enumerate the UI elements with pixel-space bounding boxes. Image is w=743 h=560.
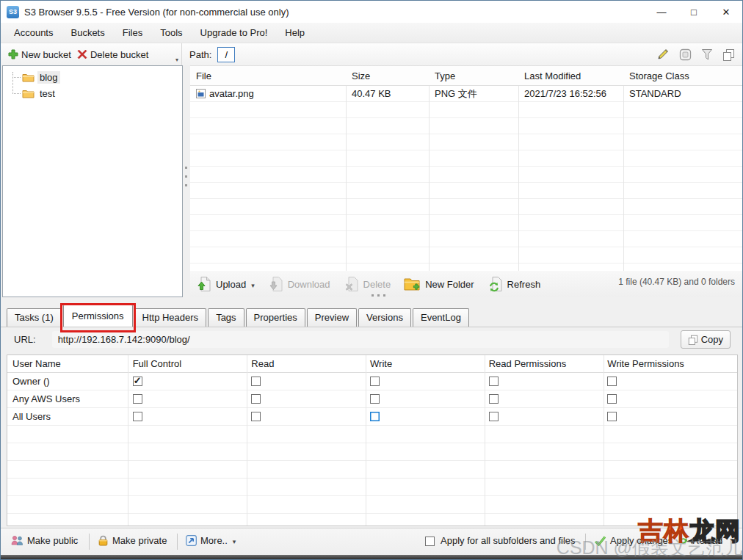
vertical-splitter[interactable] [183, 65, 190, 297]
full-control-checkbox[interactable] [133, 377, 142, 386]
empty-row [190, 150, 742, 167]
copy-url-button[interactable]: Copy [681, 330, 731, 349]
column-divider [604, 355, 604, 526]
write-checkbox[interactable] [370, 412, 380, 421]
write-checkbox[interactable] [370, 394, 380, 404]
minimize-button[interactable]: — [645, 1, 678, 23]
more-arrow-icon [186, 535, 197, 546]
write-permissions-checkbox[interactable] [607, 394, 617, 404]
menu-item-tools[interactable]: Tools [151, 24, 191, 41]
read-checkbox[interactable] [251, 394, 261, 404]
read-permissions-checkbox[interactable] [489, 377, 499, 386]
write-checkbox[interactable] [370, 377, 380, 386]
column-header-last-modified[interactable]: Last Modified [518, 70, 623, 81]
tab-versions[interactable]: Versions [358, 308, 411, 327]
upload-button[interactable]: Upload [196, 276, 255, 292]
column-header-read-permissions[interactable]: Read Permissions [484, 358, 603, 369]
make-private-button[interactable]: Make private [98, 535, 167, 546]
tab-tags[interactable]: Tags [208, 308, 244, 327]
permission-cell [602, 412, 737, 421]
tree-item-test[interactable]: test [3, 85, 182, 101]
file-cell-text: PNG 文件 [435, 87, 477, 101]
horizontal-splitter-grip-icon[interactable] [372, 294, 374, 297]
permission-cell [602, 377, 737, 386]
menu-item-files[interactable]: Files [114, 24, 151, 41]
toolbar-overflow-icon[interactable]: ▾ [175, 57, 178, 63]
tab-permissions[interactable]: Permissions [63, 305, 133, 327]
more-button[interactable]: More.. [186, 535, 236, 546]
menu-item-upgrade-to-pro[interactable]: Upgrade to Pro! [192, 24, 277, 41]
empty-row [190, 167, 742, 183]
edit-pencil-icon[interactable] [656, 48, 670, 61]
apply-changes-button[interactable]: Apply changes [594, 535, 673, 546]
users-icon [11, 535, 23, 546]
url-value[interactable]: http://192.168.7.142:9090/blog/ [52, 331, 669, 348]
permission-cell [128, 377, 247, 386]
make-public-button[interactable]: Make public [11, 535, 78, 546]
column-header-storage-class[interactable]: Storage Class [623, 70, 742, 81]
tab-tasks-1[interactable]: Tasks (1) [7, 308, 62, 327]
apply-subfolders-checkbox[interactable] [425, 537, 435, 546]
file-cell: STANDARD [623, 88, 742, 99]
column-header-type[interactable]: Type [429, 70, 518, 81]
splitter-grip-icon [185, 167, 187, 169]
empty-row [190, 102, 742, 118]
path-input[interactable] [217, 47, 235, 62]
column-header-size[interactable]: Size [346, 70, 429, 81]
menu-item-buckets[interactable]: Buckets [62, 24, 113, 41]
permission-row-any-aws-users: Any AWS Users [7, 390, 737, 408]
folder-icon [22, 73, 35, 82]
empty-row [190, 199, 742, 215]
tab-eventlog[interactable]: EventLog [413, 308, 469, 327]
read-permissions-checkbox[interactable] [489, 394, 499, 404]
select-button-icon[interactable] [679, 48, 692, 61]
read-checkbox[interactable] [251, 377, 261, 386]
reload-button[interactable]: Reload [678, 535, 722, 546]
column-header-write[interactable]: Write [365, 358, 484, 369]
file-cell-text: STANDARD [629, 88, 681, 99]
column-divider [346, 66, 347, 271]
download-label: Download [288, 279, 330, 290]
upload-label: Upload [216, 279, 246, 290]
new-folder-button[interactable]: New Folder [404, 277, 474, 291]
column-header-read[interactable]: Read [246, 358, 365, 369]
user-name-cell: Any AWS Users [7, 393, 128, 404]
new-bucket-button[interactable]: New bucket [5, 48, 74, 62]
menu-item-help[interactable]: Help [276, 24, 313, 41]
tree-item-blog[interactable]: blog [3, 69, 182, 85]
filter-funnel-icon[interactable] [701, 48, 713, 61]
path-label: Path: [189, 49, 211, 60]
tab-properties[interactable]: Properties [246, 308, 305, 327]
column-header-write-permissions[interactable]: Write Permissions [602, 358, 737, 369]
maximize-button[interactable]: □ [678, 1, 710, 23]
permission-row-owner: Owner () [7, 373, 737, 390]
close-button[interactable]: ✕ [710, 1, 742, 23]
full-control-checkbox[interactable] [133, 394, 142, 404]
upload-icon [196, 276, 212, 292]
tab-preview[interactable]: Preview [307, 308, 357, 327]
download-button[interactable]: Download [268, 276, 330, 292]
read-checkbox[interactable] [251, 412, 261, 421]
column-divider [518, 66, 519, 271]
delete-bucket-button[interactable]: Delete bucket [74, 48, 152, 62]
file-cell-text: avatar.png [209, 88, 254, 99]
tab-http-headers[interactable]: Http Headers [134, 308, 207, 327]
column-header-full-control[interactable]: Full Control [128, 358, 247, 369]
menu-item-accounts[interactable]: Accounts [5, 24, 62, 41]
delete-button[interactable]: Delete [344, 276, 391, 292]
write-permissions-checkbox[interactable] [607, 412, 617, 421]
image-file-icon [196, 89, 206, 98]
write-permissions-checkbox[interactable] [607, 377, 617, 386]
read-permissions-checkbox[interactable] [489, 412, 499, 421]
apply-subfolders-label[interactable]: Apply for all subfolders and files [441, 535, 576, 546]
empty-row [190, 247, 742, 263]
new-folder-label: New Folder [425, 279, 474, 290]
column-header-user-name[interactable]: User Name [7, 358, 128, 369]
delete-label: Delete [363, 279, 391, 290]
full-control-checkbox[interactable] [133, 412, 142, 421]
column-header-file[interactable]: File [190, 70, 346, 81]
file-row[interactable]: avatar.png40.47 KBPNG 文件2021/7/23 16:52:… [190, 86, 742, 102]
refresh-button[interactable]: Refresh [488, 276, 541, 292]
copy-pages-icon[interactable] [722, 48, 735, 61]
file-cell: avatar.png [190, 88, 346, 99]
